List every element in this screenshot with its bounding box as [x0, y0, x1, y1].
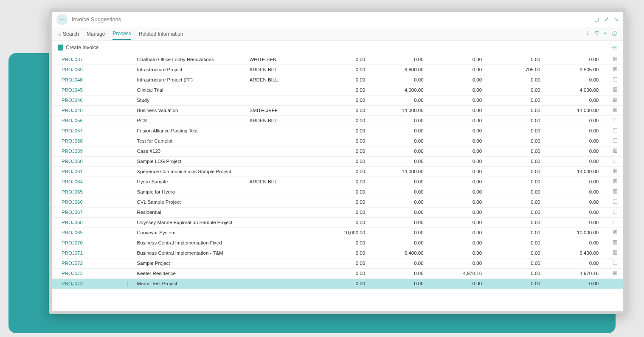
- amount-cell: 0.00: [490, 217, 549, 227]
- row-checkbox[interactable]: [613, 271, 617, 275]
- project-owner: [246, 278, 315, 289]
- table-row[interactable]: PROJ057Fusion Alliance Posting Test0.000…: [52, 126, 623, 136]
- project-link[interactable]: PROJ064: [52, 177, 121, 187]
- row-checkbox[interactable]: [613, 179, 617, 183]
- table-row[interactable]: PROJ046Study0.000.000.000.000.00: [52, 95, 623, 105]
- table-row[interactable]: PROJ069Conveyor System10,000.000.000.000…: [52, 227, 623, 238]
- row-checkbox[interactable]: [613, 57, 617, 61]
- row-checkbox[interactable]: [613, 138, 617, 143]
- row-checkbox[interactable]: [613, 240, 617, 244]
- row-checkbox[interactable]: [613, 67, 617, 71]
- project-link[interactable]: PROJ039: [52, 65, 121, 75]
- table-row[interactable]: PROJ056PCSARDEN.BILL0.000.000.000.000.00: [52, 115, 623, 126]
- row-checkbox[interactable]: [613, 98, 617, 102]
- row-menu-icon: [121, 105, 134, 115]
- table-row[interactable]: PROJ059Case #1230.000.000.000.000.00: [52, 146, 623, 156]
- project-link[interactable]: PROJ057: [52, 126, 121, 136]
- collapse-icon[interactable]: ⤡: [614, 16, 619, 22]
- menu-manage[interactable]: Manage: [87, 28, 105, 39]
- row-checkbox[interactable]: [613, 199, 617, 204]
- project-link[interactable]: PROJ056: [52, 115, 121, 126]
- share-icon[interactable]: ⇪: [585, 30, 590, 37]
- row-checkbox[interactable]: [613, 87, 617, 92]
- table-row[interactable]: PROJ048Business ValuationSMITH.JEFF0.001…: [52, 105, 623, 115]
- project-link[interactable]: PROJ071: [52, 248, 121, 258]
- table-container[interactable]: PROJ037Chatham Office Lobby RenovationsW…: [52, 54, 623, 311]
- project-link[interactable]: PROJ059: [52, 146, 121, 156]
- amount-cell: 0.00: [315, 238, 374, 248]
- table-row[interactable]: PROJ060Sample LCG Project0.000.000.000.0…: [52, 156, 623, 166]
- row-checkbox-cell: [607, 146, 623, 156]
- amount-cell: 8,800.00: [374, 65, 432, 75]
- project-link[interactable]: PROJ066: [52, 197, 121, 207]
- table-row[interactable]: PROJ037Chatham Office Lobby RenovationsW…: [52, 54, 623, 65]
- project-link[interactable]: PROJ058: [52, 136, 121, 146]
- row-checkbox[interactable]: [613, 281, 617, 285]
- row-checkbox[interactable]: [613, 149, 617, 153]
- table-row[interactable]: PROJ065Sample for Hydro0.000.000.000.000…: [52, 187, 623, 197]
- row-menu-icon[interactable]: ⋮: [121, 278, 134, 289]
- project-link[interactable]: PROJ048: [52, 105, 121, 115]
- row-checkbox[interactable]: [613, 250, 617, 255]
- project-link[interactable]: PROJ040: [52, 75, 121, 85]
- project-link[interactable]: PROJ067: [52, 207, 121, 217]
- row-checkbox[interactable]: [613, 159, 617, 163]
- project-link[interactable]: PROJ073: [52, 268, 121, 278]
- amount-cell: 10,000.00: [315, 227, 374, 238]
- menu-process[interactable]: Process: [112, 28, 131, 40]
- project-link[interactable]: PROJ060: [52, 156, 121, 166]
- table-row[interactable]: PROJ072Sample Project0.000.000.000.000.0…: [52, 258, 623, 268]
- table-row[interactable]: PROJ039Infrastructure ProjectARDEN.BILL0…: [52, 65, 623, 75]
- amount-cell: 14,000.00: [374, 105, 432, 115]
- menu-related-information[interactable]: Related Information: [139, 28, 183, 39]
- row-checkbox[interactable]: [613, 118, 617, 122]
- row-checkbox[interactable]: [613, 189, 617, 194]
- row-checkbox[interactable]: [613, 261, 617, 265]
- table-row[interactable]: PROJ071Business Central Implementation -…: [52, 248, 623, 258]
- row-menu-icon: [121, 258, 134, 268]
- row-checkbox[interactable]: [613, 108, 617, 112]
- amount-cell: 0.00: [374, 227, 432, 238]
- amount-cell: 0.00: [315, 177, 374, 187]
- row-checkbox[interactable]: [613, 220, 617, 224]
- table-row[interactable]: PROJ068Odyssey Marine Exploration Sample…: [52, 217, 623, 227]
- project-link[interactable]: PROJ072: [52, 258, 121, 268]
- row-checkbox[interactable]: [613, 210, 617, 214]
- bookmark-icon[interactable]: ◻: [594, 16, 599, 22]
- project-link[interactable]: PROJ061: [52, 166, 121, 177]
- list-icon[interactable]: ≡: [604, 30, 607, 37]
- table-row[interactable]: PROJ067Residential0.000.000.000.000.00: [52, 207, 623, 217]
- search-menu[interactable]: ⌕ Search: [58, 31, 79, 37]
- create-invoice-button[interactable]: Create Invoice: [58, 45, 98, 51]
- info-icon[interactable]: ⓘ: [612, 30, 617, 37]
- row-checkbox[interactable]: [613, 128, 617, 132]
- table-row[interactable]: PROJ074⋮Marmi Test Project0.000.000.000.…: [52, 278, 623, 289]
- filter-icon[interactable]: ▽: [595, 30, 599, 37]
- project-link[interactable]: PROJ037: [52, 54, 121, 65]
- popout-icon[interactable]: ⤢: [604, 16, 609, 22]
- pin-icon[interactable]: -⊟: [611, 45, 617, 51]
- table-row[interactable]: PROJ061Xperience Communications Sample P…: [52, 166, 623, 177]
- table-row[interactable]: PROJ066CVL Sample Project0.000.000.000.0…: [52, 197, 623, 207]
- row-checkbox[interactable]: [613, 77, 617, 81]
- project-link[interactable]: PROJ069: [52, 227, 121, 238]
- project-owner: ARDEN.BILL: [246, 75, 315, 85]
- table-row[interactable]: PROJ070Business Central Implementation F…: [52, 238, 623, 248]
- project-link[interactable]: PROJ046: [52, 95, 121, 105]
- row-checkbox[interactable]: [613, 230, 617, 234]
- project-link[interactable]: PROJ065: [52, 187, 121, 197]
- table-row[interactable]: PROJ045Clinical Trial0.004,000.000.000.0…: [52, 85, 623, 95]
- project-link[interactable]: PROJ070: [52, 238, 121, 248]
- back-button[interactable]: ←: [56, 14, 67, 25]
- table-row[interactable]: PROJ073Keeter Residence0.000.004,970.160…: [52, 268, 623, 278]
- row-checkbox[interactable]: [613, 169, 617, 173]
- table-row[interactable]: PROJ040Infrastructure Project (FF)ARDEN.…: [52, 75, 623, 85]
- project-link[interactable]: PROJ074: [52, 278, 121, 289]
- project-link[interactable]: PROJ068: [52, 217, 121, 227]
- row-checkbox-cell: [607, 136, 623, 146]
- project-link[interactable]: PROJ045: [52, 85, 121, 95]
- table-row[interactable]: PROJ058Test for Camelot0.000.000.000.000…: [52, 136, 623, 146]
- row-menu-icon: [121, 248, 134, 258]
- amount-cell: 0.00: [315, 136, 374, 146]
- table-row[interactable]: PROJ064Hydro SampleARDEN.BILL0.000.000.0…: [52, 177, 623, 187]
